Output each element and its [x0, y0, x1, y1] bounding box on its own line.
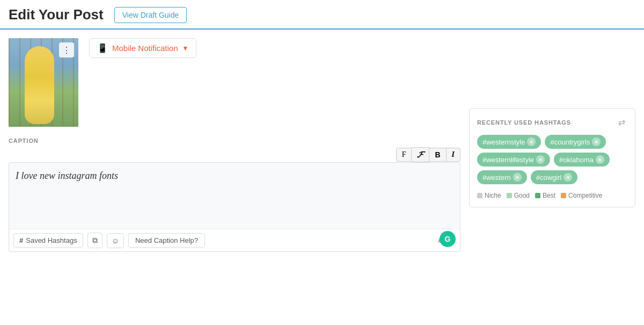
caption-label: CAPTION — [9, 138, 460, 144]
hashtag-tag[interactable]: #oklahoma× — [554, 153, 610, 167]
emoji-icon: ☺ — [112, 236, 119, 245]
caption-area-wrapper: I love new instagram fonts G # Saved Has… — [9, 162, 460, 252]
right-column: RECENTLY USED HASHTAGS ⇄ #westernstyle×#… — [469, 38, 635, 252]
hashtag-tag-label: #western — [482, 174, 511, 182]
hashtag-tag[interactable]: #countrygirls× — [545, 135, 606, 149]
hashtags-header: RECENTLY USED HASHTAGS ⇄ — [477, 116, 627, 128]
caption-toolbar: F 𝓕 B I — [9, 147, 460, 162]
hashtag-tag[interactable]: #westernlifestyle× — [477, 153, 550, 167]
hashtag-legend: Niche Good Best Competitive — [477, 192, 627, 199]
legend-dot-niche — [477, 193, 482, 198]
copy-button[interactable]: ⧉ — [87, 233, 103, 248]
shuffle-icon: ⇄ — [618, 118, 625, 127]
hashtag-tags-container: #westernstyle×#countrygirls×#westernlife… — [477, 135, 627, 184]
font-serif-button[interactable]: F — [396, 148, 412, 162]
hashtag-remove-button[interactable]: × — [596, 155, 604, 164]
hashtag-remove-button[interactable]: × — [513, 173, 522, 182]
hashtag-tag-label: #westernstyle — [482, 138, 525, 146]
legend-niche: Niche — [477, 192, 501, 199]
hashtag-tag-label: #oklahoma — [559, 156, 594, 164]
notification-label: Mobile Notification — [112, 44, 178, 53]
legend-dot-good — [507, 193, 512, 198]
copy-icon: ⧉ — [92, 236, 98, 244]
dropdown-arrow-icon: ▼ — [182, 45, 189, 52]
hashtag-tag[interactable]: #cowgirl× — [531, 170, 578, 184]
hashtag-tag[interactable]: #westernstyle× — [477, 135, 541, 149]
notification-dropdown[interactable]: 📱 Mobile Notification ▼ — [89, 38, 196, 58]
image-notification-row: ⋮ 📱 Mobile Notification ▼ — [9, 38, 460, 127]
hashtag-tag[interactable]: #western× — [477, 170, 527, 184]
hashtags-panel: RECENTLY USED HASHTAGS ⇄ #westernstyle×#… — [469, 108, 635, 207]
caption-help-button[interactable]: Need Caption Help? — [128, 233, 205, 248]
saved-hashtags-label: Saved Hashtags — [26, 236, 77, 244]
main-content: ⋮ 📱 Mobile Notification ▼ CAPTION F 𝓕 B … — [0, 30, 644, 261]
view-draft-button[interactable]: View Draft Guide — [114, 7, 187, 23]
mobile-icon: 📱 — [97, 43, 108, 53]
hashtag-remove-button[interactable]: × — [536, 155, 545, 164]
saved-hashtags-button[interactable]: # Saved Hashtags — [13, 233, 83, 248]
hashtag-tag-label: #cowgirl — [536, 174, 562, 182]
notification-left: 📱 Mobile Notification — [97, 43, 178, 53]
legend-best-label: Best — [543, 192, 555, 199]
emoji-button[interactable]: ☺ — [107, 233, 124, 248]
shuffle-button[interactable]: ⇄ — [616, 116, 627, 128]
legend-good-label: Good — [514, 192, 530, 199]
hashtag-remove-button[interactable]: × — [564, 173, 572, 182]
legend-good: Good — [507, 192, 530, 199]
hashtag-remove-button[interactable]: × — [527, 138, 536, 146]
caption-textarea[interactable]: I love new instagram fonts — [9, 163, 460, 227]
font-italic-button[interactable]: I — [447, 148, 460, 162]
legend-competitive: Competitive — [561, 192, 602, 199]
page-header: Edit Your Post View Draft Guide — [0, 0, 644, 30]
hashtag-tag-label: #westernlifestyle — [482, 156, 534, 164]
hashtag-icon: # — [19, 236, 23, 244]
font-cursive-button[interactable]: 𝓕 — [412, 147, 429, 162]
image-menu-button[interactable]: ⋮ — [59, 42, 74, 57]
page-title: Edit Your Post — [9, 6, 104, 23]
legend-competitive-label: Competitive — [568, 192, 602, 199]
caption-section: CAPTION F 𝓕 B I I love new instagram fon… — [9, 138, 460, 252]
hashtags-panel-title: RECENTLY USED HASHTAGS — [477, 119, 571, 126]
hashtag-remove-button[interactable]: × — [592, 138, 601, 146]
legend-niche-label: Niche — [485, 192, 501, 199]
post-image-wrapper: ⋮ — [9, 38, 78, 127]
font-bold-button[interactable]: B — [429, 148, 446, 162]
kebab-menu-icon: ⋮ — [62, 45, 71, 55]
legend-dot-best — [535, 193, 540, 198]
caption-footer: # Saved Hashtags ⧉ ☺ Need Caption Help? … — [9, 229, 460, 251]
hashtag-tag-label: #countrygirls — [550, 138, 590, 146]
left-column: ⋮ 📱 Mobile Notification ▼ CAPTION F 𝓕 B … — [9, 38, 460, 252]
grammarly-button[interactable]: G — [440, 231, 456, 247]
legend-best: Best — [535, 192, 555, 199]
legend-dot-competitive — [561, 193, 566, 198]
